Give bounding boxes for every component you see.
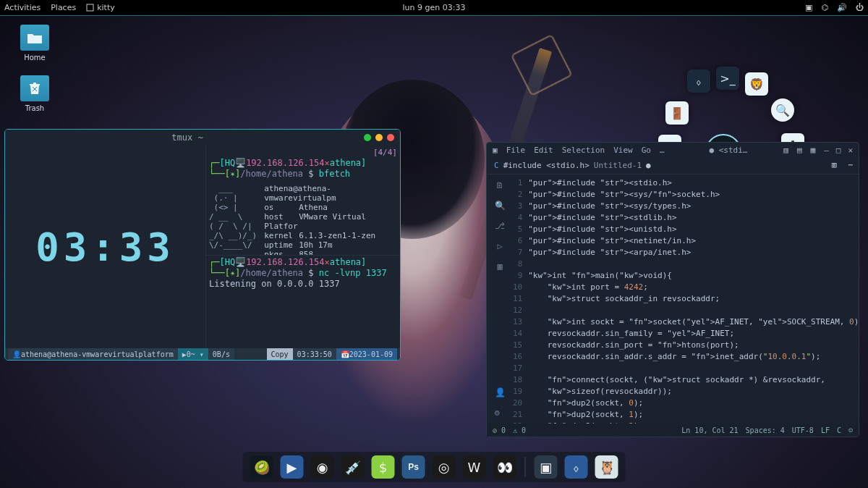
more-actions-icon[interactable]: ⋯ xyxy=(842,157,859,174)
code-line[interactable]: revsockaddr.sin_addr.s_addr = "fn">inet_… xyxy=(528,351,859,363)
code-line[interactable]: "kw">struct sockaddr_in revsockaddr; xyxy=(528,293,859,305)
shell-icon[interactable]: $ xyxy=(372,455,395,479)
panel-toggle-icon[interactable]: ▤ xyxy=(797,146,802,155)
maximize-button[interactable]: □ xyxy=(836,146,841,155)
status-session[interactable]: ▶ 0 ~ ▾ xyxy=(178,348,208,360)
dock-separator xyxy=(525,457,526,477)
layout-toggle-icon[interactable]: ▥ xyxy=(783,146,788,155)
folder-icon xyxy=(20,25,49,51)
status-copy[interactable]: Copy xyxy=(267,348,293,360)
code-line[interactable]: revsockaddr.sin_port = "fn">htons(port); xyxy=(528,340,859,351)
status-feedback-icon[interactable]: ☺ xyxy=(848,426,853,434)
status-encoding[interactable]: UTF-8 xyxy=(792,426,814,434)
vscode-menubar: ▣ FileEditSelectionViewGo… ● <stdi… ▥ ▤ … xyxy=(487,143,859,157)
minimize-button[interactable]: — xyxy=(824,146,829,155)
code-line[interactable]: "pur">#include "str"><unistd.h> xyxy=(528,224,859,235)
brave-icon[interactable]: 🦁 xyxy=(745,72,768,96)
vscode-window: ▣ FileEditSelectionViewGo… ● <stdi… ▥ ▤ … xyxy=(486,142,859,437)
split-editor-icon[interactable]: ▥ xyxy=(826,157,843,174)
terminal-titlebar[interactable]: tmux ~ xyxy=(5,130,400,146)
maximize-icon[interactable] xyxy=(375,134,383,141)
code-line[interactable]: "kw">int "fn">main("kw">void){ xyxy=(528,270,859,282)
prompt-line: └──[✴]/home/athena $ bfetch xyxy=(209,169,397,180)
source-control-icon[interactable]: ⎇ xyxy=(495,221,505,231)
editor-area[interactable]: 1234567891011121314151617181920212223242… xyxy=(513,174,859,424)
code-content[interactable]: "pur">#include "str"><stdio.h>"pur">#inc… xyxy=(528,174,859,424)
code-line[interactable]: "fn">dup2(sockt, 0); xyxy=(528,397,859,409)
eyes-icon[interactable]: 👀 xyxy=(493,455,516,479)
code-line[interactable]: "kw">sizeof(revsockaddr)); xyxy=(528,386,859,397)
sidebar-toggle-icon[interactable]: ▦ xyxy=(811,146,816,155)
code-line[interactable]: "kw">int port = 4242; xyxy=(528,282,859,293)
terminal-icon[interactable]: >_ xyxy=(716,67,739,90)
tmux-nc-pane[interactable]: ┌─[HQ🖥️192.168.126.154✕athena] └──[✴]/ho… xyxy=(206,256,400,348)
menu-file[interactable]: File xyxy=(506,146,526,155)
explorer-icon[interactable]: 🗎 xyxy=(495,180,504,190)
syringe-icon[interactable]: 💉 xyxy=(341,455,365,479)
terminal-app-icon[interactable]: ▣ xyxy=(535,455,558,479)
topbar-clock[interactable]: lun 9 gen 03:33 xyxy=(403,3,466,12)
burp-icon[interactable]: ◉ xyxy=(311,455,334,479)
status-warnings[interactable]: ⚠ 0 xyxy=(513,426,526,434)
tmux-bfetch-pane[interactable]: [4/4] ┌─[HQ🖥️192.168.126.154✕athena] └──… xyxy=(206,146,400,256)
vscode-status-bar: ⊘ 0 ⚠ 0 Ln 10, Col 21 Spaces: 4 UTF-8 LF… xyxy=(487,424,859,437)
code-line[interactable]: "pur">#include "str"><sys/types.h> xyxy=(528,201,859,212)
status-lang[interactable]: C xyxy=(837,426,841,434)
settings-gear-icon[interactable]: ⚙ xyxy=(495,408,506,418)
status-errors[interactable]: ⊘ 0 xyxy=(493,426,506,434)
code-line[interactable]: "fn">connect(sockt, ("kw">struct sockadd… xyxy=(528,374,859,386)
close-button[interactable]: ✕ xyxy=(848,146,853,155)
power-icon[interactable]: ⏻ xyxy=(856,3,864,12)
vscode-icon[interactable]: ⬨ xyxy=(687,70,710,93)
vscode-app-icon[interactable]: ⬨ xyxy=(565,455,588,479)
home-folder[interactable]: Home xyxy=(14,25,55,62)
network-icon[interactable]: ⌬ xyxy=(821,3,828,12)
code-line[interactable] xyxy=(528,305,859,316)
code-line[interactable]: "pur">#include "str"><stdio.h> xyxy=(528,177,859,189)
owl-icon[interactable]: 🦉 xyxy=(595,455,618,479)
activities-button[interactable]: Activities xyxy=(4,3,41,12)
prompt-line: ┌─[HQ🖥️192.168.126.154✕athena] xyxy=(209,158,397,169)
photoshop-icon[interactable]: Ps xyxy=(402,455,425,479)
active-app[interactable]: kitty xyxy=(86,3,115,12)
code-line[interactable]: revsockaddr.sin_family = "yel">AF_INET; xyxy=(528,328,859,340)
menu-go[interactable]: Go xyxy=(642,146,651,155)
minimize-icon[interactable] xyxy=(364,134,371,141)
activity-bar: 🗎 🔍 ⎇ ▷ ▦ 👤 ⚙ xyxy=(487,174,513,424)
search-icon[interactable]: 🔍 xyxy=(771,98,794,122)
status-cursor[interactable]: Ln 10, Col 21 xyxy=(681,426,738,434)
debug-icon[interactable]: ▷ xyxy=(497,241,502,251)
code-line[interactable]: "pur">#include "str"><netinet/in.h> xyxy=(528,235,859,247)
close-icon[interactable] xyxy=(387,134,394,141)
code-line[interactable]: "pur">#include "str"><sys/"fn">socket.h> xyxy=(528,189,859,201)
menu-selection[interactable]: Selection xyxy=(562,146,605,155)
trash-icon xyxy=(20,75,49,101)
trash[interactable]: Trash xyxy=(14,75,55,112)
tray-app-icon[interactable]: ▣ xyxy=(805,3,812,12)
menu-edit[interactable]: Edit xyxy=(534,146,553,155)
code-line[interactable] xyxy=(528,258,859,270)
code-line[interactable]: "pur">#include "str"><stdlib.h> xyxy=(528,212,859,224)
code-line[interactable]: "kw">int sockt = "fn">socket("yel">AF_IN… xyxy=(528,316,859,328)
fetch-row: uptime10h 17m xyxy=(264,240,397,250)
status-spaces[interactable]: Spaces: 4 xyxy=(746,426,785,434)
fetch-userhost: athena@athena-vmwarevirtualpm xyxy=(264,184,397,203)
volume-icon[interactable]: 🔊 xyxy=(837,3,847,12)
wikipedia-icon[interactable]: W xyxy=(463,455,486,479)
tmux-clock-pane[interactable]: 03:33 xyxy=(5,146,206,348)
menu-…[interactable]: … xyxy=(660,146,665,155)
code-line[interactable]: "fn">dup2(sockt, 1); xyxy=(528,409,859,421)
fingerprint-icon[interactable]: ◎ xyxy=(433,455,456,479)
code-line[interactable] xyxy=(528,363,859,374)
menu-view[interactable]: View xyxy=(613,146,633,155)
search-icon[interactable]: 🔍 xyxy=(495,201,506,211)
places-button[interactable]: Places xyxy=(51,3,76,12)
extensions-icon[interactable]: ▦ xyxy=(497,261,502,272)
code-line[interactable]: "pur">#include "str"><arpa/inet.h> xyxy=(528,247,859,258)
kiwi-icon[interactable]: 🥝 xyxy=(250,455,273,479)
status-eol[interactable]: LF xyxy=(821,426,830,434)
powershell-icon[interactable]: ▶ xyxy=(281,455,304,479)
exit-icon[interactable]: 🚪 xyxy=(665,101,689,125)
account-icon[interactable]: 👤 xyxy=(495,387,506,397)
editor-tab[interactable]: C #include <stdio.h> Untitled-1 ● xyxy=(487,157,658,174)
